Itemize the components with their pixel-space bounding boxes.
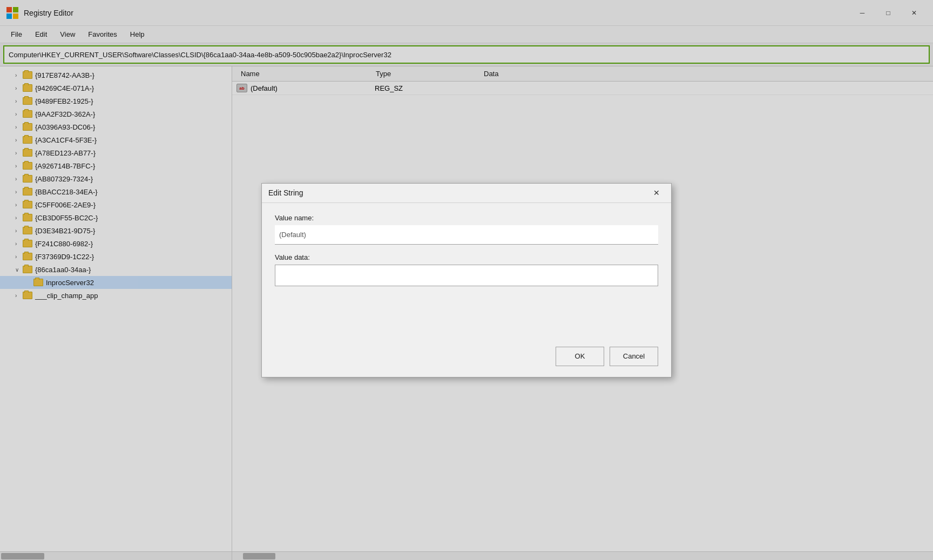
cancel-button[interactable]: Cancel — [610, 347, 658, 366]
dialog-title: Edit String — [268, 188, 648, 197]
edit-string-dialog: Edit String ✕ Value name: Value data: OK… — [261, 183, 672, 377]
value-name-label: Value name: — [275, 214, 658, 222]
dialog-title-bar: Edit String ✕ — [262, 184, 671, 203]
value-data-input[interactable] — [275, 265, 658, 286]
modal-backdrop: Edit String ✕ Value name: Value data: OK… — [0, 0, 933, 560]
value-data-label: Value data: — [275, 253, 658, 261]
ok-button[interactable]: OK — [556, 347, 604, 366]
dialog-body: Value name: Value data: — [262, 203, 671, 338]
dialog-buttons: OK Cancel — [262, 338, 671, 377]
value-name-input[interactable] — [275, 225, 658, 245]
dialog-close-button[interactable]: ✕ — [648, 186, 665, 199]
value-name-section: Value name: — [275, 214, 658, 245]
value-data-section: Value data: — [275, 253, 658, 286]
